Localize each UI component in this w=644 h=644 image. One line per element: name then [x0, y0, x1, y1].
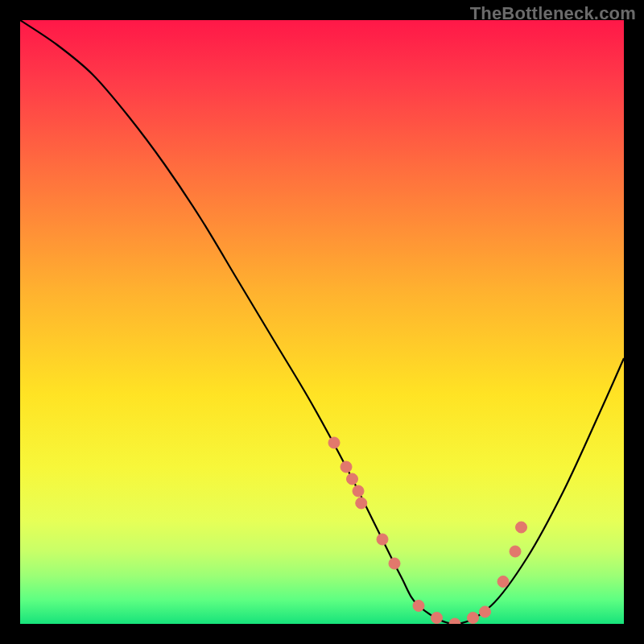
highlight-dot — [389, 558, 400, 569]
chart-frame: TheBottleneck.com — [0, 0, 644, 644]
highlight-dot — [347, 473, 358, 485]
highlight-dot — [328, 437, 340, 448]
highlight-dots-group — [328, 437, 527, 624]
highlight-dot — [413, 601, 424, 612]
highlight-dot — [497, 576, 509, 588]
highlight-dot — [510, 546, 521, 557]
highlight-dot — [449, 618, 460, 624]
highlight-dot — [353, 485, 364, 497]
curve-layer — [20, 20, 624, 624]
plot-area — [20, 20, 624, 624]
bottleneck-curve — [20, 20, 624, 624]
highlight-dot — [516, 522, 527, 533]
highlight-dot — [341, 461, 352, 473]
highlight-dot — [377, 534, 388, 545]
highlight-dot — [480, 606, 491, 617]
highlight-dot — [468, 613, 479, 624]
highlight-dot — [431, 613, 443, 624]
highlight-dot — [356, 497, 367, 509]
